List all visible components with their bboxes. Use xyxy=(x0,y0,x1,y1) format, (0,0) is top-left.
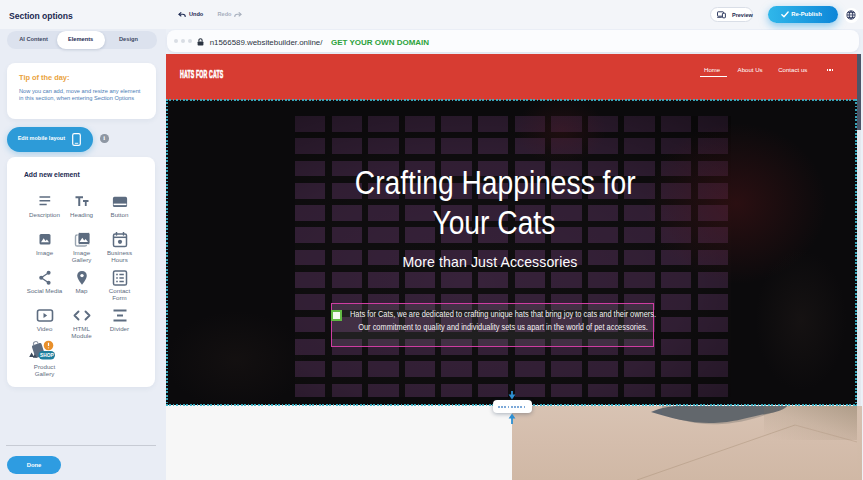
svg-text:SHOP: SHOP xyxy=(39,353,53,358)
